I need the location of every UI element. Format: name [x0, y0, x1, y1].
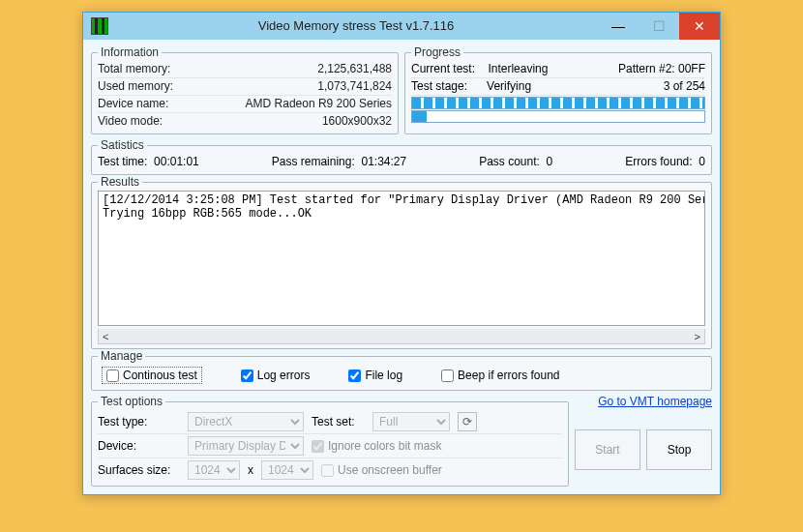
surfaces-size-label: Surfaces size:: [98, 463, 180, 477]
ignore-colors-label: Ignore colors bit mask: [328, 439, 441, 453]
close-button[interactable]: ✕: [679, 13, 720, 40]
manage-group: Manage Continous test Log errors File lo…: [91, 349, 712, 391]
statistics-group: Satistics Test time: 00:01:01 Pass remai…: [91, 138, 712, 175]
start-button[interactable]: Start: [575, 429, 640, 470]
test-options-group: Test options Test type: DirectX Test set…: [91, 395, 569, 487]
titlebar[interactable]: Video Memory stress Test v1.7.116 — ☐ ✕: [83, 13, 720, 40]
used-memory-label: Used memory:: [98, 78, 173, 95]
file-log-label: File log: [365, 369, 402, 382]
log-errors-checkbox[interactable]: Log errors: [241, 369, 311, 382]
statistics-legend: Satistics: [98, 138, 147, 152]
test-options-legend: Test options: [98, 395, 165, 408]
errors-found-value: 0: [699, 155, 705, 168]
current-test-value: Interleaving: [488, 62, 548, 75]
continuous-test-label: Continous test: [123, 369, 197, 382]
pass-count-value: 0: [547, 155, 553, 168]
device-name-label: Device name:: [98, 96, 168, 112]
log-errors-label: Log errors: [257, 369, 311, 382]
maximize-button[interactable]: ☐: [639, 13, 679, 40]
total-memory-value: 2,125,631,488: [317, 61, 392, 77]
errors-found-label: Errors found:: [625, 155, 692, 168]
results-scrollbar[interactable]: < >: [98, 329, 705, 344]
pass-remaining-value: 01:34:27: [361, 155, 406, 168]
continuous-test-checkbox[interactable]: Continous test: [102, 367, 202, 384]
video-mode-value: 1600x900x32: [322, 113, 392, 130]
scroll-left-icon[interactable]: <: [103, 331, 108, 342]
pattern-label: Pattern #2: 00FF: [618, 61, 705, 77]
onscreen-buffer-label: Use onscreen buffer: [338, 463, 442, 477]
information-group: Information Total memory:2,125,631,488 U…: [91, 45, 399, 134]
progress-bar-secondary: [411, 110, 705, 123]
app-window: Video Memory stress Test v1.7.116 — ☐ ✕ …: [82, 12, 721, 495]
app-icon: [91, 17, 108, 35]
pass-count-label: Pass count:: [479, 155, 540, 168]
surfaces-width-select[interactable]: 1024: [188, 460, 240, 480]
file-log-checkbox[interactable]: File log: [348, 369, 402, 382]
onscreen-buffer-checkbox: Use onscreen buffer: [321, 463, 442, 477]
test-time-value: 00:01:01: [154, 155, 199, 168]
total-memory-label: Total memory:: [98, 61, 170, 77]
test-type-select[interactable]: DirectX: [188, 412, 304, 431]
device-name-value: AMD Radeon R9 200 Series: [246, 96, 392, 112]
window-title: Video Memory stress Test v1.7.116: [114, 13, 598, 40]
pass-remaining-label: Pass remaining:: [272, 155, 355, 168]
test-stage-label: Test stage:: [411, 79, 467, 93]
current-test-label: Current test:: [411, 62, 475, 75]
device-select[interactable]: Primary Display Driver: [188, 436, 304, 456]
test-set-select[interactable]: Full: [372, 412, 450, 431]
homepage-link[interactable]: Go to VMT homepage: [598, 395, 712, 408]
results-legend: Results: [98, 175, 142, 189]
information-legend: Information: [98, 45, 162, 59]
minimize-button[interactable]: —: [598, 13, 639, 40]
beep-checkbox[interactable]: Beep if errors found: [441, 369, 559, 382]
used-memory-value: 1,073,741,824: [317, 78, 392, 95]
ignore-colors-checkbox: Ignore colors bit mask: [312, 439, 441, 453]
device-label: Device:: [98, 439, 180, 453]
progress-bar-main: [411, 97, 705, 109]
refresh-icon[interactable]: ⟳: [458, 412, 477, 431]
progress-legend: Progress: [411, 45, 463, 59]
test-stage-value: Verifying: [487, 79, 531, 93]
surfaces-x-separator: x: [248, 463, 253, 477]
results-text[interactable]: [98, 191, 705, 326]
video-mode-label: Video mode:: [98, 113, 163, 130]
results-group: Results < >: [91, 175, 712, 349]
test-type-label: Test type:: [98, 415, 180, 429]
scroll-right-icon[interactable]: >: [695, 331, 700, 342]
manage-legend: Manage: [98, 349, 145, 363]
progress-group: Progress Current test: Interleaving Patt…: [404, 45, 712, 134]
stage-count: 3 of 254: [664, 78, 705, 95]
beep-label: Beep if errors found: [458, 369, 559, 382]
surfaces-height-select[interactable]: 1024: [261, 460, 313, 480]
stop-button[interactable]: Stop: [646, 429, 712, 470]
test-time-label: Test time:: [98, 155, 147, 168]
test-set-label: Test set:: [312, 415, 365, 429]
